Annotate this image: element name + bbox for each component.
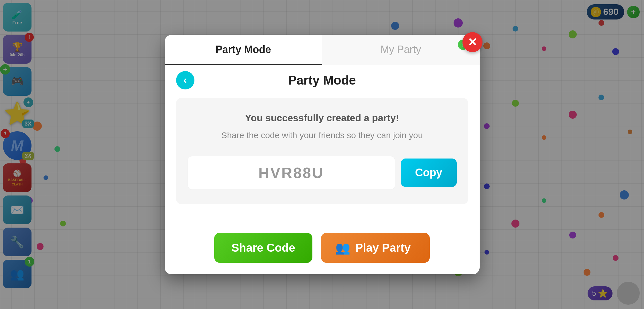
modal-wrapper: ✕ Party Mode My Party 1 ‹ [165,35,480,274]
back-button[interactable]: ‹ [176,71,194,89]
modal-body: You successfully created a party! Share … [165,92,480,227]
tab-party-mode[interactable]: Party Mode [165,35,322,65]
tab-bar: Party Mode My Party 1 [165,35,480,65]
party-code-display: HVR88U [188,156,395,190]
modal-title: Party Mode [194,73,450,87]
success-box: You successfully created a party! Share … [176,98,468,204]
party-mode-modal: Party Mode My Party 1 ‹ Party Mode [165,35,480,274]
my-party-wrapper: My Party 1 [328,44,474,56]
modal-footer: Share Code 👥 Play Party [165,227,480,274]
copy-button[interactable]: Copy [401,159,457,187]
tab-my-party[interactable]: My Party 1 [322,35,480,65]
success-title: You successfully created a party! [188,112,457,124]
play-party-button[interactable]: 👥 Play Party [321,233,430,263]
share-code-button[interactable]: Share Code [214,233,312,263]
modal-overlay: ✕ Party Mode My Party 1 ‹ [0,0,644,309]
close-button[interactable]: ✕ [462,32,482,52]
play-party-icon: 👥 [335,241,350,255]
modal-header: ‹ Party Mode [165,65,480,92]
success-subtitle: Share the code with your friends so they… [188,129,457,142]
code-row: HVR88U Copy [188,156,457,190]
play-party-label: Play Party [355,241,411,254]
